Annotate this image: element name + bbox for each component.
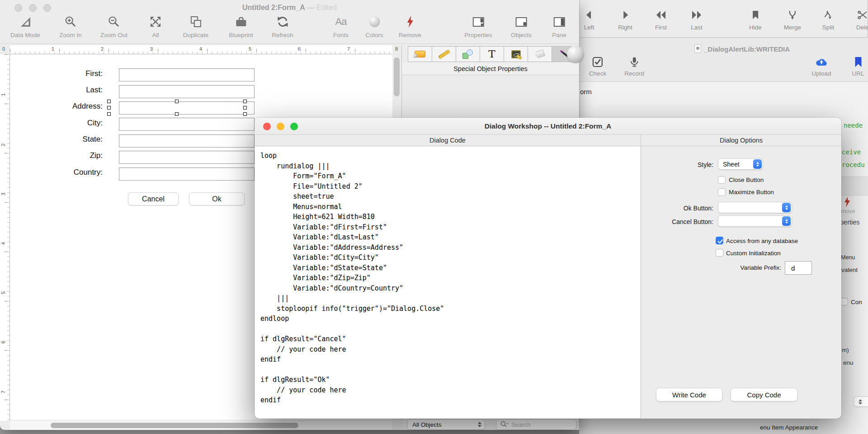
data-mode-icon xyxy=(10,14,40,30)
selection-handle[interactable] xyxy=(107,112,111,116)
access-any-database-checkbox[interactable] xyxy=(716,237,723,244)
search-input[interactable]: Search xyxy=(496,419,576,430)
bookmark-icon xyxy=(749,7,762,23)
dialog-titlebar[interactable]: Dialog Workshop -- Untitled 2:Form_A xyxy=(255,118,841,135)
toolbar-all[interactable]: All xyxy=(149,14,162,38)
cancel-button[interactable]: Cancel xyxy=(128,192,179,205)
toolbar-label: Upload xyxy=(812,70,831,77)
horizontal-scrollbar[interactable] xyxy=(10,420,392,430)
selection-handle[interactable] xyxy=(243,106,247,110)
toolbar-label: Dele xyxy=(856,24,868,31)
toolbar-data-mode[interactable]: Data Mode xyxy=(10,14,40,38)
tab-appearance[interactable] xyxy=(504,47,528,62)
field-label: First: xyxy=(10,69,103,78)
first-field[interactable] xyxy=(119,68,255,81)
selection-handle[interactable] xyxy=(175,112,179,116)
tag-icon xyxy=(534,49,545,58)
toolbar-first[interactable]: First xyxy=(655,7,667,31)
last-field[interactable] xyxy=(119,85,255,98)
expand-all-icon xyxy=(149,14,162,30)
selection-handle[interactable] xyxy=(175,100,179,103)
toolbar-upload[interactable]: Upload xyxy=(812,55,831,77)
toolbar-fonts[interactable]: Aa Fonts xyxy=(333,14,349,38)
toolbar-label: Remove xyxy=(399,32,421,38)
toolbar-delete[interactable]: Dele xyxy=(856,7,868,31)
toolbar-remove[interactable]: Remove xyxy=(399,14,421,38)
ruler-number: 3 xyxy=(0,193,6,196)
custom-initialization-checkbox[interactable] xyxy=(716,249,723,257)
maximize-button-checkbox[interactable] xyxy=(718,188,726,196)
toolbar-label: Last xyxy=(690,24,703,31)
toolbar-colors[interactable]: Colors xyxy=(365,14,383,38)
briefcase-icon xyxy=(229,14,253,30)
toolbar-label: Data Mode xyxy=(10,32,40,38)
edge-popup-control[interactable] xyxy=(854,396,868,407)
selection-handle[interactable] xyxy=(243,112,247,116)
toolbar-label: Pane xyxy=(552,32,566,38)
toolbar-merge[interactable]: Merge xyxy=(784,7,801,31)
horizontal-scrollbar-thumb[interactable] xyxy=(51,423,298,428)
ruler-number: 2 xyxy=(0,143,6,146)
window-title: Untitled 2:Form_A — Edited xyxy=(0,0,579,15)
ok-button-popup[interactable] xyxy=(718,202,792,213)
tab-ruler[interactable] xyxy=(432,47,456,62)
address-field-selected[interactable] xyxy=(119,101,255,114)
toolbar-duplicate[interactable]: Duplicate xyxy=(183,14,208,38)
document-icon xyxy=(694,44,701,53)
all-objects-popup[interactable]: All Objects xyxy=(407,419,485,430)
tab-toolbox[interactable] xyxy=(408,47,432,62)
dialog-code-editor[interactable]: loop rundialog ||| Form="Form_A" File="U… xyxy=(255,147,640,418)
toolbar-record[interactable]: Record xyxy=(624,55,644,77)
toolbar-objects[interactable]: Objects xyxy=(511,14,532,38)
toolbar-blueprint[interactable]: Blueprint xyxy=(229,14,253,38)
colors-sphere-icon xyxy=(365,14,383,30)
toolbar-left[interactable]: Left xyxy=(584,7,594,31)
toolbar-properties[interactable]: Properties xyxy=(464,14,492,38)
panel-header: Special Object Properties xyxy=(402,62,579,75)
tab-text[interactable]: T xyxy=(480,47,504,62)
style-popup[interactable]: Sheet xyxy=(718,158,763,170)
ruler-number: 2 xyxy=(101,46,104,52)
code-partial-green: ceive xyxy=(842,148,861,156)
city-field[interactable] xyxy=(119,118,255,131)
tab-shapes[interactable] xyxy=(456,47,480,62)
toolbar-url[interactable]: URL xyxy=(852,55,864,77)
toolbar-pane[interactable]: Pane xyxy=(552,14,566,38)
toolbar-label: First xyxy=(655,24,667,31)
ruler-number: 1 xyxy=(52,46,54,52)
toolbar-split[interactable]: Split xyxy=(822,7,834,31)
toolbar-last[interactable]: Last xyxy=(690,7,703,31)
selection-handle[interactable] xyxy=(243,100,247,103)
tab-tag[interactable] xyxy=(528,47,552,62)
field-label: Last: xyxy=(10,86,103,95)
cancel-button-popup[interactable] xyxy=(718,215,792,227)
toolbar-refresh[interactable]: Refresh xyxy=(272,14,293,38)
dialog-code-text: loop rundialog ||| Form="Form_A" File="U… xyxy=(260,151,640,405)
zoom-window-button[interactable] xyxy=(290,123,298,130)
object-tool-tabs: T xyxy=(408,46,576,62)
toolbar-hide[interactable]: Hide xyxy=(749,7,762,31)
close-button-checkbox[interactable] xyxy=(718,176,726,184)
vertical-scrollbar-thumb[interactable] xyxy=(394,57,400,96)
con-checkbox[interactable] xyxy=(840,298,848,305)
write-code-button[interactable]: Write Code xyxy=(656,388,722,401)
country-field[interactable] xyxy=(119,167,255,181)
selection-handle[interactable] xyxy=(107,106,111,110)
toolbar-right[interactable]: Right xyxy=(618,7,632,31)
toolbar-label: Hide xyxy=(749,24,762,31)
state-field[interactable] xyxy=(119,134,255,148)
toolbar-zoom-out[interactable]: Zoom Out xyxy=(100,14,127,38)
variable-prefix-input[interactable]: d xyxy=(785,261,812,275)
toolbar-label: Fonts xyxy=(333,32,349,38)
close-window-button[interactable] xyxy=(263,123,271,130)
zoom-out-icon xyxy=(100,14,127,30)
toolbar-zoom-in[interactable]: Zoom In xyxy=(59,14,82,38)
selection-handle[interactable] xyxy=(107,100,111,103)
toolbar-divider xyxy=(0,43,579,44)
minimize-window-button[interactable] xyxy=(277,123,284,130)
toolbar-check[interactable]: Check xyxy=(589,55,606,77)
zip-field[interactable] xyxy=(119,151,255,164)
ruler-number: 7 xyxy=(0,391,6,393)
ok-button[interactable]: Ok xyxy=(189,192,245,205)
copy-code-button[interactable]: Copy Code xyxy=(731,388,797,401)
